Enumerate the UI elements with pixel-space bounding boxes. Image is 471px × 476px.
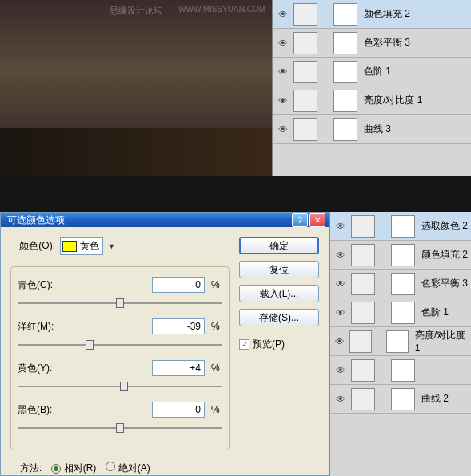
slider-label: 青色(C):	[18, 278, 74, 292]
eye-icon[interactable]: 👁	[276, 36, 290, 50]
dialog-titlebar[interactable]: 可选颜色选项 ? ✕	[1, 213, 329, 227]
layer-mask[interactable]	[333, 118, 357, 141]
layer-mask[interactable]	[333, 90, 357, 112]
layer-mask[interactable]	[391, 273, 415, 295]
cyan-input[interactable]	[152, 277, 205, 293]
magenta-input[interactable]	[152, 318, 205, 334]
layer-thumb[interactable]	[293, 61, 317, 83]
black-input[interactable]	[152, 402, 205, 418]
layer-mask[interactable]	[333, 32, 357, 54]
layer-row[interactable]: 👁 曲线 2	[330, 385, 471, 414]
watermark-text: 思缘设计论坛	[110, 5, 162, 17]
layer-label: 亮度/对比度 1	[361, 94, 422, 107]
eye-icon[interactable]: 👁	[333, 306, 348, 320]
eye-icon[interactable]: 👁	[333, 392, 348, 406]
cancel-button[interactable]: 复位	[239, 261, 319, 278]
color-label: 颜色(O):	[10, 239, 55, 253]
layer-row[interactable]: 👁 色阶 1	[330, 298, 471, 327]
magenta-slider[interactable]	[18, 338, 222, 352]
layer-thumb[interactable]	[351, 244, 375, 266]
layer-thumb[interactable]	[351, 273, 375, 295]
eye-icon[interactable]: 👁	[333, 363, 348, 378]
eye-icon[interactable]: 👁	[276, 94, 290, 108]
ok-button[interactable]: 确定	[239, 237, 319, 254]
eye-icon[interactable]: 👁	[333, 248, 348, 262]
layer-row[interactable]: 👁 选取颜色 2	[330, 212, 471, 241]
color-dropdown[interactable]: 黄色	[60, 237, 103, 255]
slider-group: 青色(C): % 洋红(M): % 黄色(Y):	[10, 266, 230, 450]
eye-icon[interactable]: 👁	[276, 7, 290, 22]
layer-row[interactable]: 👁 色彩平衡 3	[273, 29, 471, 58]
layer-row[interactable]: 👁 色彩平衡 3	[330, 270, 471, 298]
layer-label: 颜色填充 2	[361, 7, 410, 21]
layer-mask[interactable]	[386, 330, 408, 353]
layers-panel-bottom: 👁 选取颜色 2 👁 颜色填充 2 👁 色彩平衡 3 👁 色阶 1	[329, 212, 471, 476]
layer-label: 曲线 3	[361, 122, 391, 136]
layer-label: 色彩平衡 3	[418, 277, 468, 290]
radio-absolute[interactable]: 绝对(A)	[106, 462, 150, 475]
layer-row[interactable]: 👁 色阶 1	[273, 58, 471, 86]
layer-mask[interactable]	[391, 359, 415, 382]
layer-mask[interactable]	[391, 215, 415, 238]
layer-thumb[interactable]	[351, 215, 375, 238]
eye-icon[interactable]: 👁	[333, 334, 346, 349]
checkbox-icon	[239, 339, 249, 350]
layer-mask[interactable]	[391, 302, 415, 324]
layer-thumb[interactable]	[351, 359, 375, 382]
layer-thumb[interactable]	[351, 388, 375, 410]
layer-label: 色彩平衡 3	[361, 36, 410, 50]
close-button[interactable]: ✕	[309, 213, 325, 227]
layer-thumb[interactable]	[293, 32, 317, 54]
pct: %	[211, 279, 222, 290]
yellow-slider[interactable]	[18, 379, 222, 394]
layer-row[interactable]: 👁 曲线 3	[273, 115, 471, 144]
cyan-slider[interactable]	[18, 296, 222, 310]
slider-label: 黄色(Y):	[18, 362, 74, 375]
layer-mask[interactable]	[333, 3, 357, 26]
color-value: 黄色	[80, 239, 99, 253]
layer-thumb[interactable]	[293, 90, 317, 112]
layer-mask[interactable]	[333, 61, 357, 83]
layer-row[interactable]: 👁	[330, 356, 471, 385]
layer-label: 色阶 1	[418, 306, 449, 319]
layer-thumb[interactable]	[293, 118, 317, 141]
layer-thumb[interactable]	[293, 3, 317, 26]
layer-mask[interactable]	[391, 244, 415, 266]
layer-row[interactable]: 👁 颜色填充 2	[330, 241, 471, 270]
layer-row[interactable]: 👁 颜色填充 2	[273, 0, 471, 29]
layer-label: 颜色填充 2	[418, 248, 468, 262]
layer-label: 亮度/对比度 1	[412, 329, 468, 354]
layer-thumb[interactable]	[349, 330, 371, 353]
layers-panel-top: 👁 颜色填充 2 👁 色彩平衡 3 👁 色阶 1 👁 亮度/对比度 1	[272, 0, 471, 176]
preview-checkbox[interactable]: 预览(P)	[239, 338, 319, 351]
pct: %	[211, 404, 222, 415]
method-label: 方法:	[20, 462, 42, 475]
layer-label: 色阶 1	[361, 65, 391, 78]
save-button[interactable]: 存储(S)...	[239, 309, 319, 326]
chevron-down-icon[interactable]: ▼	[108, 242, 115, 250]
layer-mask[interactable]	[391, 388, 415, 410]
watermark-url: WWW.MISSYUAN.COM	[178, 5, 265, 14]
slider-label: 洋红(M):	[18, 320, 74, 334]
load-button[interactable]: 载入(L)...	[239, 285, 319, 302]
help-button[interactable]: ?	[292, 213, 308, 227]
layer-thumb[interactable]	[351, 302, 375, 324]
eye-icon[interactable]: 👁	[276, 122, 290, 137]
selective-color-dialog: 可选颜色选项 ? ✕ 颜色(O): 黄色 ▼ 青色(C):	[0, 212, 329, 476]
eye-icon[interactable]: 👁	[333, 219, 348, 234]
layer-label: 曲线 2	[418, 392, 449, 406]
black-slider[interactable]	[18, 421, 222, 435]
swatch-icon	[62, 241, 77, 252]
pct: %	[211, 321, 222, 332]
image-preview: 思缘设计论坛 WWW.MISSYUAN.COM	[0, 0, 272, 176]
eye-icon[interactable]: 👁	[276, 65, 290, 79]
slider-label: 黑色(B):	[18, 403, 74, 417]
radio-relative[interactable]: 相对(R)	[51, 462, 96, 475]
layer-label: 选取颜色 2	[418, 219, 468, 233]
layer-row[interactable]: 👁 亮度/对比度 1	[273, 86, 471, 115]
yellow-input[interactable]	[152, 360, 205, 376]
dialog-title: 可选颜色选项	[4, 214, 290, 227]
pct: %	[211, 362, 222, 374]
eye-icon[interactable]: 👁	[333, 277, 348, 291]
layer-row[interactable]: 👁 亮度/对比度 1	[330, 327, 471, 356]
